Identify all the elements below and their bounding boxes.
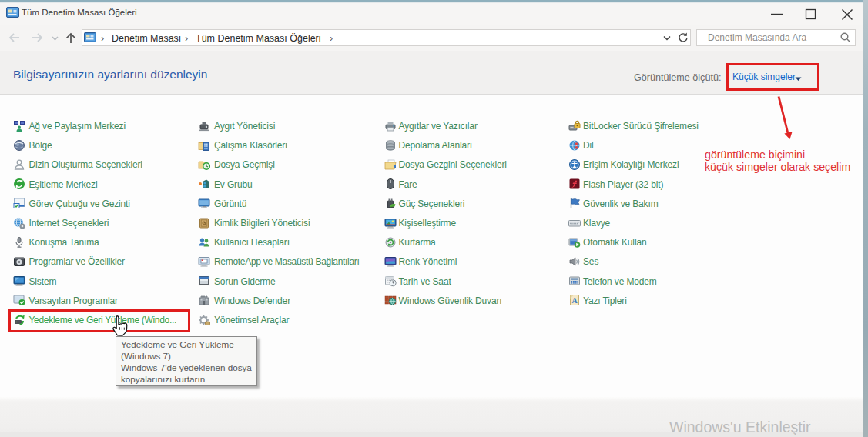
svg-text:A: A	[571, 296, 578, 305]
